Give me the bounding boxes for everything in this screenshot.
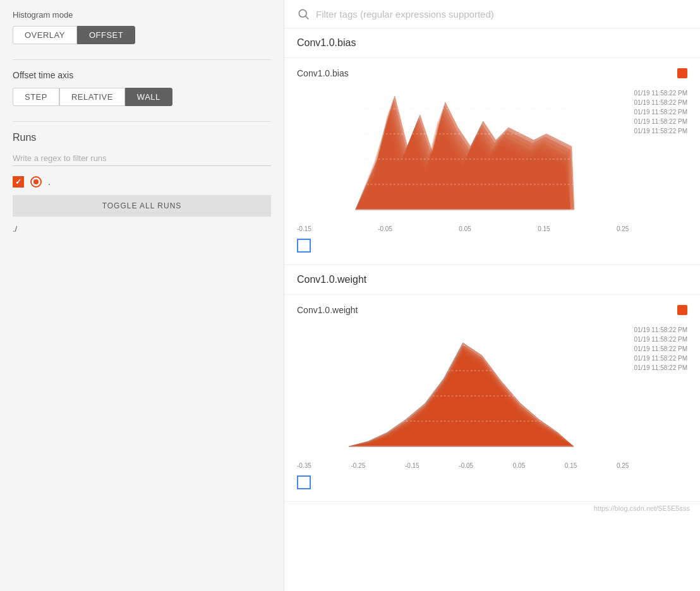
time-axis-buttons: STEP RELATIVE WALL xyxy=(13,88,271,106)
conv1-bias-chart-title: Conv1.0.bias xyxy=(297,68,349,78)
ts-2: 01/19 11:58:22 PM xyxy=(634,109,687,116)
x-label-4: 0.25 xyxy=(617,225,629,232)
wx-label-4: 0.05 xyxy=(513,462,525,469)
conv1-weight-title-row: Conv1.0.weight xyxy=(297,305,687,315)
x-label-1: -0.05 xyxy=(378,225,392,232)
conv1-weight-svg-area: -0.35 -0.25 -0.15 -0.05 0.05 0.15 0.25 xyxy=(297,320,629,470)
search-icon xyxy=(297,8,310,20)
wx-label-0: -0.35 xyxy=(297,462,311,469)
search-bar xyxy=(284,0,700,28)
ts-0: 01/19 11:58:22 PM xyxy=(634,90,687,97)
run-radio[interactable] xyxy=(30,176,42,188)
conv1-bias-color-indicator xyxy=(677,68,687,78)
offset-time-axis-title: Offset time axis xyxy=(13,70,271,80)
divider-1 xyxy=(13,59,271,60)
histogram-mode-label: Histogram mode xyxy=(13,10,271,20)
conv1-weight-svg xyxy=(297,320,629,459)
wts-3: 01/19 11:58:22 PM xyxy=(634,355,687,362)
divider-2 xyxy=(13,121,271,122)
conv1-bias-chart-area: -0.15 -0.05 0.05 0.15 0.25 01/19 11:58:2… xyxy=(297,83,687,234)
wx-label-6: 0.25 xyxy=(617,462,629,469)
conv1-weight-timestamps: 01/19 11:58:22 PM 01/19 11:58:22 PM 01/1… xyxy=(634,320,687,371)
step-button[interactable]: STEP xyxy=(13,88,59,106)
left-panel: Histogram mode OVERLAY OFFSET Offset tim… xyxy=(0,0,284,591)
wall-button[interactable]: WALL xyxy=(125,88,172,106)
conv1-weight-chart-title: Conv1.0.weight xyxy=(297,305,358,315)
wx-label-5: 0.15 xyxy=(565,462,577,469)
svg-line-1 xyxy=(306,16,309,20)
wts-4: 01/19 11:58:22 PM xyxy=(634,364,687,371)
fullscreen-icon[interactable] xyxy=(297,239,311,253)
ts-4: 01/19 11:58:22 PM xyxy=(634,128,687,134)
conv1-bias-section: Conv1.0.bias Conv1.0.bias xyxy=(284,28,700,265)
conv1-weight-x-labels: -0.35 -0.25 -0.15 -0.05 0.05 0.15 0.25 xyxy=(297,461,629,470)
right-panel: Conv1.0.bias Conv1.0.bias xyxy=(284,0,700,591)
x-label-0: -0.15 xyxy=(297,225,311,232)
svg-point-0 xyxy=(299,9,306,17)
wts-2: 01/19 11:58:22 PM xyxy=(634,345,687,352)
runs-filter-input[interactable] xyxy=(13,151,271,166)
ts-1: 01/19 11:58:22 PM xyxy=(634,99,687,106)
run-dot-label: . xyxy=(48,177,51,187)
wx-label-1: -0.25 xyxy=(351,462,365,469)
x-label-2: 0.05 xyxy=(459,225,471,232)
relative-button[interactable]: RELATIVE xyxy=(59,88,125,106)
runs-title: Runs xyxy=(13,132,271,143)
conv1-bias-section-title: Conv1.0.bias xyxy=(284,28,700,58)
conv1-bias-timestamps: 01/19 11:58:22 PM 01/19 11:58:22 PM 01/1… xyxy=(634,83,687,134)
run-path: ./ xyxy=(13,224,271,234)
conv1-bias-svg-area: -0.15 -0.05 0.05 0.15 0.25 xyxy=(297,83,629,234)
wts-0: 01/19 11:58:22 PM xyxy=(634,326,687,333)
toggle-all-runs-button[interactable]: TOGGLE ALL RUNS xyxy=(13,195,271,217)
runs-section: Runs . TOGGLE ALL RUNS ./ xyxy=(13,132,271,234)
conv1-weight-chart-container: Conv1.0.weight xyxy=(284,295,700,501)
conv1-weight-section: Conv1.0.weight Conv1.0.weight xyxy=(284,265,700,502)
x-label-3: 0.15 xyxy=(538,225,550,232)
conv1-bias-fullscreen[interactable] xyxy=(297,239,687,254)
conv1-weight-color-indicator xyxy=(677,305,687,315)
conv1-bias-chart-container: Conv1.0.bias xyxy=(284,58,700,265)
conv1-bias-svg xyxy=(297,83,629,222)
run-row: . xyxy=(13,176,271,188)
wts-1: 01/19 11:58:22 PM xyxy=(634,336,687,343)
offset-time-axis-section: Offset time axis STEP RELATIVE WALL xyxy=(13,70,271,106)
conv1-weight-chart-area: -0.35 -0.25 -0.15 -0.05 0.05 0.15 0.25 0… xyxy=(297,320,687,470)
svg-marker-21 xyxy=(349,343,574,446)
histogram-mode-buttons: OVERLAY OFFSET xyxy=(13,26,271,44)
conv1-bias-title-row: Conv1.0.bias xyxy=(297,68,687,78)
watermark: https://blog.csdn.net/SE5E5sss xyxy=(284,502,700,517)
svg-rect-14 xyxy=(298,239,310,252)
conv1-bias-x-labels: -0.15 -0.05 0.05 0.15 0.25 xyxy=(297,224,629,234)
ts-3: 01/19 11:58:22 PM xyxy=(634,118,687,125)
offset-button[interactable]: OFFSET xyxy=(77,26,135,44)
conv1-weight-section-title: Conv1.0.weight xyxy=(284,265,700,295)
wx-label-3: -0.05 xyxy=(459,462,473,469)
wx-label-2: -0.15 xyxy=(405,462,419,469)
conv1-weight-fullscreen[interactable] xyxy=(297,475,687,491)
overlay-button[interactable]: OVERLAY xyxy=(13,26,77,44)
svg-rect-27 xyxy=(298,476,310,489)
search-input[interactable] xyxy=(316,9,687,20)
run-checkbox[interactable] xyxy=(13,176,24,188)
fullscreen-icon-weight[interactable] xyxy=(297,475,311,489)
